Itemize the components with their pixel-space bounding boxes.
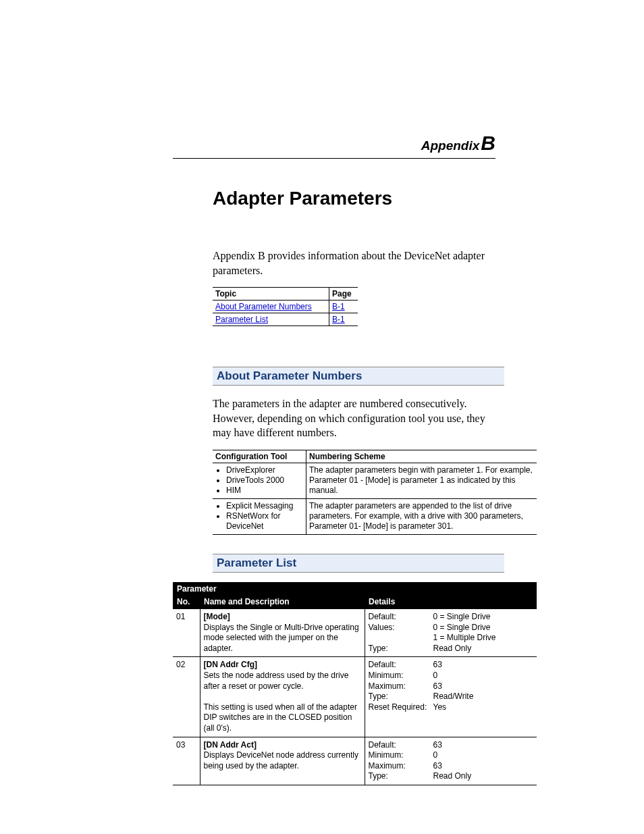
detail-value: 63 xyxy=(433,740,534,751)
param-no-header: No. xyxy=(173,596,200,609)
detail-label: Values: xyxy=(369,623,432,633)
parameter-table: Parameter No. Name and Description Detai… xyxy=(173,582,537,785)
detail-label: Type: xyxy=(369,644,432,654)
param-name-desc: [DN Addr Act] Displays DeviceNet node ad… xyxy=(200,737,365,785)
config-row: DriveExplorer DriveTools 2000 HIM The ad… xyxy=(213,463,537,498)
param-name: [DN Addr Act] xyxy=(204,740,257,750)
topic-row: About Parameter Numbers B-1 xyxy=(213,301,358,313)
tool-item: DriveTools 2000 xyxy=(226,475,303,486)
page: AppendixB Adapter Parameters Appendix B … xyxy=(0,0,644,834)
tool-list: DriveExplorer DriveTools 2000 HIM xyxy=(215,465,303,496)
config-table: Configuration Tool Numbering Scheme Driv… xyxy=(213,450,537,535)
scheme-cell: The adapter parameters begin with parame… xyxy=(306,463,537,498)
section-heading-about: About Parameter Numbers xyxy=(213,367,504,386)
param-desc: Sets the node address used by the drive … xyxy=(204,671,349,691)
scheme-cell: The adapter parameters are appended to t… xyxy=(306,498,537,534)
appendix-word: Appendix xyxy=(421,138,480,153)
page-title: Adapter Parameters xyxy=(213,188,495,209)
param-details-header: Details xyxy=(365,596,537,609)
tool-list: Explicit Messaging RSNetWorx for DeviceN… xyxy=(215,501,303,531)
detail-label: Default: xyxy=(369,740,432,751)
topic-row: Parameter List B-1 xyxy=(213,313,358,326)
page-link[interactable]: B-1 xyxy=(332,315,345,324)
detail-value: Read Only xyxy=(433,771,534,782)
param-name-header: Name and Description xyxy=(200,596,365,609)
topic-link[interactable]: Parameter List xyxy=(215,315,268,324)
detail-value: Read/Write xyxy=(433,692,534,702)
param-desc-extra: This setting is used when all of the ada… xyxy=(204,702,357,733)
param-desc: Displays DeviceNet node address currentl… xyxy=(204,750,358,771)
param-no: 01 xyxy=(173,609,200,657)
tool-item: RSNetWorx for DeviceNet xyxy=(226,511,303,531)
param-super-header: Parameter xyxy=(173,582,537,596)
detail-label xyxy=(369,633,432,644)
detail-label: Type: xyxy=(369,692,432,702)
topic-table: Topic Page About Parameter Numbers B-1 P… xyxy=(213,287,358,326)
detail-value: Read Only xyxy=(433,644,534,654)
param-desc: Displays the Single or Multi-Drive opera… xyxy=(204,623,359,653)
param-no: 02 xyxy=(173,657,200,737)
appendix-header: AppendixB xyxy=(421,132,495,155)
page-col-header: Page xyxy=(329,288,358,301)
appendix-letter: B xyxy=(481,132,495,154)
param-details: Default:63 Minimum:0 Maximum:63 Type:Rea… xyxy=(365,657,537,737)
intro-paragraph: Appendix B provides information about th… xyxy=(213,249,495,278)
detail-label: Default: xyxy=(369,612,432,623)
detail-value: 1 = Multiple Drive xyxy=(433,633,534,644)
param-name-desc: [DN Addr Cfg] Sets the node address used… xyxy=(200,657,365,737)
param-name-desc: [Mode] Displays the Single or Multi-Driv… xyxy=(200,609,365,657)
param-row: 01 [Mode] Displays the Single or Multi-D… xyxy=(173,609,537,657)
detail-value: 0 = Single Drive xyxy=(433,612,534,623)
config-tool-header: Configuration Tool xyxy=(213,450,306,463)
detail-value: 0 xyxy=(433,750,534,761)
detail-label: Minimum: xyxy=(369,750,432,761)
topic-col-header: Topic xyxy=(213,288,329,301)
param-row: 02 [DN Addr Cfg] Sets the node address u… xyxy=(173,657,537,737)
detail-label: Default: xyxy=(369,660,432,671)
detail-label: Type: xyxy=(369,771,432,782)
config-row: Explicit Messaging RSNetWorx for DeviceN… xyxy=(213,498,537,534)
detail-value: 0 xyxy=(433,671,534,681)
tool-item: HIM xyxy=(226,486,303,496)
detail-value: 0 = Single Drive xyxy=(433,623,534,633)
param-details: Default:63 Minimum:0 Maximum:63 Type:Rea… xyxy=(365,737,537,785)
tool-item: DriveExplorer xyxy=(226,465,303,475)
detail-value: 63 xyxy=(433,761,534,772)
detail-label: Maximum: xyxy=(369,681,432,692)
detail-value: Yes xyxy=(433,702,534,713)
tool-item: Explicit Messaging xyxy=(226,501,303,511)
param-details: Default:0 = Single Drive Values:0 = Sing… xyxy=(365,609,537,657)
tool-item-label: RSNetWorx for DeviceNet xyxy=(226,511,280,531)
numbering-scheme-header: Numbering Scheme xyxy=(306,450,537,463)
detail-value: 63 xyxy=(433,681,534,692)
section-heading-paramlist: Parameter List xyxy=(213,554,504,573)
detail-label: Reset Required: xyxy=(369,702,432,713)
param-no: 03 xyxy=(173,737,200,785)
page-link[interactable]: B-1 xyxy=(332,302,345,311)
about-body: The parameters in the adapter are number… xyxy=(213,396,495,440)
param-name: [DN Addr Cfg] xyxy=(204,660,258,669)
header-rule xyxy=(173,158,495,159)
topic-link[interactable]: About Parameter Numbers xyxy=(215,302,312,311)
detail-value: 63 xyxy=(433,660,534,671)
param-row: 03 [DN Addr Act] Displays DeviceNet node… xyxy=(173,737,537,785)
param-name: [Mode] xyxy=(204,612,230,621)
detail-label: Maximum: xyxy=(369,761,432,772)
detail-label: Minimum: xyxy=(369,671,432,681)
